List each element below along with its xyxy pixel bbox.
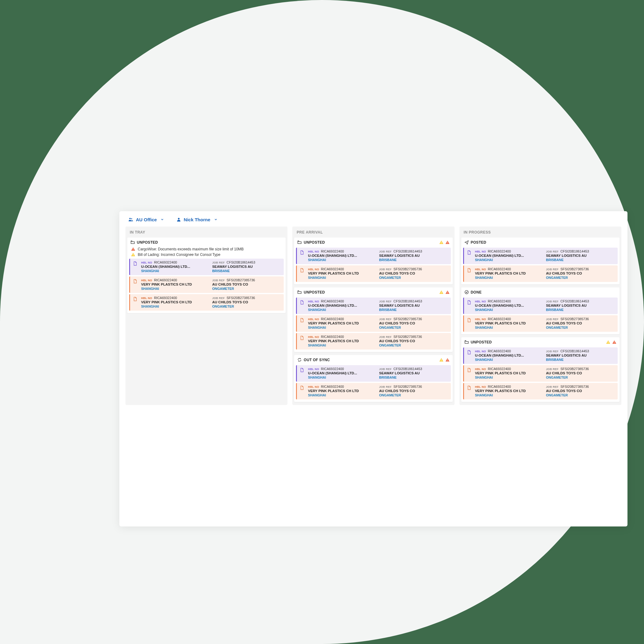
hbl-label: HBL NO [475, 385, 486, 388]
hbl-value: RICA69322400 [321, 317, 344, 321]
status-group: DONE HBL NORICA69322400 JOB REFCFSI20B18… [461, 287, 620, 334]
hbl-label: HBL NO [475, 268, 486, 271]
jobref-value: SFSI20B27385736 [560, 317, 589, 321]
file-icon [466, 368, 471, 373]
job-card[interactable]: HBL NORICA69322400 JOB REFCFSI20B1861445… [296, 248, 451, 264]
origin-value: SHANGHAI [475, 326, 544, 329]
group-header[interactable]: UNPOSTED [461, 337, 620, 346]
warning-icon [612, 340, 616, 344]
chevron-down-icon [214, 218, 218, 221]
consignee-value: AU CHILDS TOYS CO [546, 389, 615, 393]
jobref-value: CFSI20B18614453 [394, 367, 422, 371]
job-card[interactable]: HBL NORICA69322400 JOB REFCFSI20B1861445… [296, 298, 451, 314]
consignee-value: AU CHILDS TOYS CO [212, 300, 281, 304]
job-card[interactable]: HBL NORICA69322400 JOB REFSFSI20B2738573… [129, 294, 284, 311]
group-header[interactable]: UNPOSTED [294, 287, 452, 296]
plane-icon [464, 240, 469, 245]
hbl-label: HBL NO [308, 300, 319, 303]
jobref-value: CFSI20B18614453 [227, 260, 255, 264]
dest-value: ONGAMETER [546, 326, 615, 329]
hbl-label: HBL NO [308, 250, 319, 253]
shipper-value: U-OCEAN (SHANGHAI) LTD... [308, 254, 377, 257]
hbl-label: HBL NO [475, 350, 486, 353]
dest-value: ONGAMETER [379, 393, 448, 397]
job-card[interactable]: HBL NORICA69322400 JOB REFCFSI20B1861445… [463, 298, 618, 314]
svg-rect-16 [441, 361, 441, 361]
hbl-label: HBL NO [308, 368, 319, 371]
hbl-value: RICA69322400 [321, 385, 344, 388]
job-card[interactable]: HBL NORICA69322400 JOB REFSFSI20B2738573… [463, 315, 618, 332]
svg-rect-20 [608, 343, 608, 343]
origin-value: SHANGHAI [141, 305, 210, 308]
topbar: AU Office Nick Thorne [119, 211, 627, 227]
job-card[interactable]: HBL NORICA69322400 JOB REFCFSI20B1861445… [296, 365, 451, 382]
jobref-label: JOB REF [212, 297, 225, 300]
shipper-value: U-OCEAN (SHANGHAI) LTD... [475, 354, 544, 357]
hbl-value: RICA69322400 [488, 317, 511, 321]
group-header[interactable]: DONE [461, 287, 620, 296]
job-card[interactable]: HBL NORICA69322400 JOB REFSFSI20B2738573… [463, 383, 618, 399]
hbl-label: HBL NO [475, 250, 486, 253]
consignee-value: AU CHILDS TOYS CO [379, 321, 448, 325]
shipper-value: VERY PINK PLASTICS CH LTD [308, 339, 377, 343]
job-card[interactable]: HBL NORICA69322400 JOB REFSFSI20B2738573… [463, 265, 618, 282]
shipper-value: VERY PINK PLASTICS CH LTD [475, 271, 544, 275]
app-window: AU Office Nick Thorne IN TRAY UNPOSTED C… [119, 211, 627, 526]
job-card[interactable]: HBL NORICA69322400 JOB REFCFSI20B1861445… [463, 248, 618, 264]
jobref-value: SFSI20B27385736 [227, 296, 255, 300]
hbl-value: RICA69322400 [321, 367, 344, 371]
shipper-value: VERY PINK PLASTICS CH LTD [475, 321, 544, 325]
origin-value: SHANGHAI [308, 393, 377, 397]
group-header[interactable]: OUT OF SYNC [294, 355, 452, 364]
dest-value: BRISBANE [379, 376, 448, 379]
svg-point-0 [129, 218, 131, 219]
user-dropdown[interactable]: Nick Thorne [176, 217, 218, 222]
consignee-value: SEAWAY LOGISTICS AU [379, 254, 448, 257]
shipper-value: VERY PINK PLASTICS CH LTD [475, 389, 544, 393]
group-header[interactable]: UNPOSTED [127, 238, 286, 246]
shipper-value: VERY PINK PLASTICS CH LTD [475, 371, 544, 375]
dest-value: ONGAMETER [546, 393, 615, 397]
consignee-value: AU CHILDS TOYS CO [379, 389, 448, 393]
group-title: POSTED [471, 240, 486, 245]
status-group: OUT OF SYNC HBL NORICA69322400 JOB REFCF… [294, 355, 452, 402]
origin-value: SHANGHAI [308, 376, 377, 379]
job-card[interactable]: HBL NORICA69322400 JOB REFSFSI20B2738573… [296, 383, 451, 399]
file-icon [299, 385, 304, 390]
job-card[interactable]: HBL NORICA69322400 JOB REFCFSI20B1861445… [129, 259, 284, 275]
warning-icon [439, 240, 444, 245]
file-icon [133, 279, 137, 284]
job-card[interactable]: HBL NORICA69322400 JOB REFSFSI20B2738573… [296, 333, 451, 350]
jobref-label: JOB REF [379, 300, 391, 303]
job-card[interactable]: HBL NORICA69322400 JOB REFSFSI20B2738573… [463, 365, 618, 382]
origin-value: SHANGHAI [308, 276, 377, 279]
hbl-label: HBL NO [308, 385, 319, 388]
jobref-label: JOB REF [546, 318, 559, 321]
origin-value: SHANGHAI [141, 287, 210, 290]
status-group: POSTED HBL NORICA69322400 JOB REFCFSI20B… [461, 238, 620, 284]
job-card[interactable]: HBL NORICA69322400 JOB REFCFSI20B1861445… [463, 347, 618, 364]
group-header[interactable]: UNPOSTED [294, 238, 452, 246]
consignee-value: SEAWAY LOGISTICS AU [212, 265, 281, 268]
check-icon [464, 290, 469, 294]
hbl-label: HBL NO [308, 268, 319, 271]
office-dropdown[interactable]: AU Office [128, 217, 164, 222]
jobref-value: SFSI20B27385736 [394, 317, 422, 321]
job-card[interactable]: HBL NORICA69322400 JOB REFSFSI20B2738573… [296, 265, 451, 282]
file-icon [466, 350, 471, 355]
shipper-value: VERY PINK PLASTICS CH LTD [308, 389, 377, 393]
consignee-value: AU CHILDS TOYS CO [379, 271, 448, 275]
jobref-value: SFSI20B27385736 [227, 278, 255, 282]
job-card[interactable]: HBL NORICA69322400 JOB REFSFSI20B2738573… [296, 315, 451, 332]
origin-value: SHANGHAI [475, 358, 544, 361]
file-icon [133, 297, 137, 301]
svg-rect-12 [441, 293, 441, 293]
group-header[interactable]: POSTED [461, 238, 620, 246]
dest-value: BRISBANE [212, 269, 281, 273]
board-column: PRE ARRIVAL UNPOSTED HBL NORICA69322400 … [292, 227, 454, 405]
job-card[interactable]: HBL NORICA69322400 JOB REFSFSI20B2738573… [129, 276, 284, 293]
hbl-value: RICA69322400 [154, 260, 177, 264]
folder-icon [297, 290, 302, 294]
origin-value: SHANGHAI [475, 393, 544, 397]
file-icon [466, 385, 471, 390]
